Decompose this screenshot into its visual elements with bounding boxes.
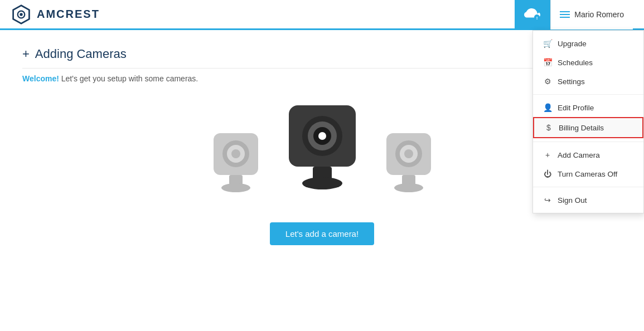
welcome-bold: Welcome! bbox=[22, 74, 59, 83]
dropdown-item-edit-profile[interactable]: 👤 Edit Profile bbox=[533, 98, 643, 117]
dropdown-item-add-camera[interactable]: + Add Camera bbox=[533, 145, 643, 164]
billing-details-label: Billing Details bbox=[559, 124, 604, 132]
hamburger-icon bbox=[560, 11, 570, 18]
dropdown-item-upgrade[interactable]: 🛒 Upgrade bbox=[533, 34, 643, 53]
welcome-detail: Let's get you setup with some cameras. bbox=[61, 74, 198, 83]
svg-point-8 bbox=[231, 149, 240, 158]
sign-out-label: Sign Out bbox=[558, 196, 587, 205]
settings-label: Settings bbox=[558, 77, 585, 86]
svg-point-17 bbox=[302, 177, 342, 189]
dollar-icon: $ bbox=[544, 123, 553, 132]
schedules-label: Schedules bbox=[558, 59, 593, 67]
svg-point-23 bbox=[394, 183, 423, 192]
svg-point-2 bbox=[20, 13, 22, 16]
svg-point-21 bbox=[404, 149, 413, 158]
dropdown-item-sign-out[interactable]: ↪ Sign Out bbox=[533, 191, 643, 210]
cta-area: Let's add a camera! bbox=[22, 222, 622, 245]
upgrade-label: Upgrade bbox=[558, 40, 587, 48]
edit-profile-label: Edit Profile bbox=[558, 104, 594, 112]
dropdown-item-schedules[interactable]: 📅 Schedules bbox=[533, 53, 643, 72]
camera-center bbox=[280, 100, 364, 206]
turn-cameras-off-label: Turn Cameras Off bbox=[558, 170, 617, 178]
svg-point-15 bbox=[318, 132, 326, 140]
add-camera-label: Add Camera bbox=[558, 151, 600, 159]
camera-right bbox=[375, 122, 442, 206]
amcrest-logo-icon bbox=[11, 4, 31, 25]
dropdown-section-3: + Add Camera ⏻ Turn Cameras Off bbox=[533, 142, 643, 187]
dropdown-section-2: 👤 Edit Profile $ Billing Details bbox=[533, 95, 643, 142]
page-title: + Adding Cameras bbox=[22, 47, 622, 69]
plus-icon: + bbox=[22, 47, 30, 61]
cloud-button[interactable]: ! bbox=[515, 0, 550, 30]
header-right: ! Mario Romero bbox=[515, 0, 633, 30]
add-camera-cta-button[interactable]: Let's add a camera! bbox=[270, 222, 374, 245]
camera-illustration bbox=[22, 100, 622, 206]
person-icon: 👤 bbox=[543, 103, 552, 112]
logo-text: AMCREST bbox=[37, 8, 100, 21]
user-dropdown-menu: 🛒 Upgrade 📅 Schedules ⚙ Settings 👤 Edit … bbox=[532, 30, 644, 213]
cloud-icon: ! bbox=[524, 8, 541, 21]
calendar-icon: 📅 bbox=[543, 58, 552, 67]
dropdown-item-settings[interactable]: ⚙ Settings bbox=[533, 72, 643, 91]
user-menu-button[interactable]: Mario Romero bbox=[550, 0, 633, 30]
power-icon: ⏻ bbox=[543, 169, 552, 178]
dropdown-section-4: ↪ Sign Out bbox=[533, 187, 643, 213]
camera-left bbox=[202, 122, 269, 206]
dropdown-item-billing-details[interactable]: $ Billing Details bbox=[533, 117, 643, 138]
svg-point-10 bbox=[221, 183, 250, 192]
username-label: Mario Romero bbox=[574, 10, 624, 19]
welcome-message: Welcome! Let's get you setup with some c… bbox=[22, 74, 622, 83]
add-icon: + bbox=[543, 150, 552, 159]
gear-icon: ⚙ bbox=[543, 77, 552, 86]
dropdown-item-turn-cameras-off[interactable]: ⏻ Turn Cameras Off bbox=[533, 164, 643, 183]
cart-icon: 🛒 bbox=[543, 39, 552, 48]
header: AMCREST ! Mario Romero bbox=[0, 0, 644, 30]
svg-text:!: ! bbox=[536, 16, 538, 21]
signout-icon: ↪ bbox=[543, 196, 552, 205]
logo: AMCREST bbox=[11, 4, 100, 25]
dropdown-section-1: 🛒 Upgrade 📅 Schedules ⚙ Settings bbox=[533, 31, 643, 95]
